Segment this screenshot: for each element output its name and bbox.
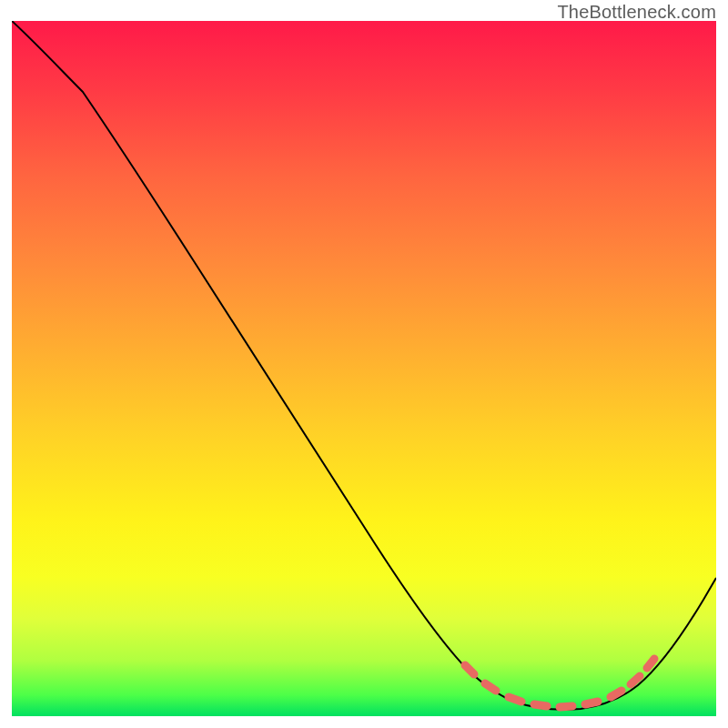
svg-line-3 <box>534 704 547 706</box>
svg-line-1 <box>485 683 496 691</box>
svg-line-6 <box>611 691 622 697</box>
svg-line-0 <box>465 665 474 674</box>
bottleneck-chart: TheBottleneck.com <box>0 0 728 728</box>
bottleneck-curve-path <box>12 21 716 710</box>
plot-area <box>12 21 716 716</box>
chart-svg <box>12 21 716 716</box>
svg-line-4 <box>560 706 572 707</box>
watermark-text: TheBottleneck.com <box>557 2 716 23</box>
highlight-dashes <box>465 659 654 707</box>
svg-line-5 <box>585 702 598 704</box>
svg-line-2 <box>509 697 521 702</box>
svg-line-8 <box>647 659 654 668</box>
svg-line-7 <box>631 676 640 684</box>
